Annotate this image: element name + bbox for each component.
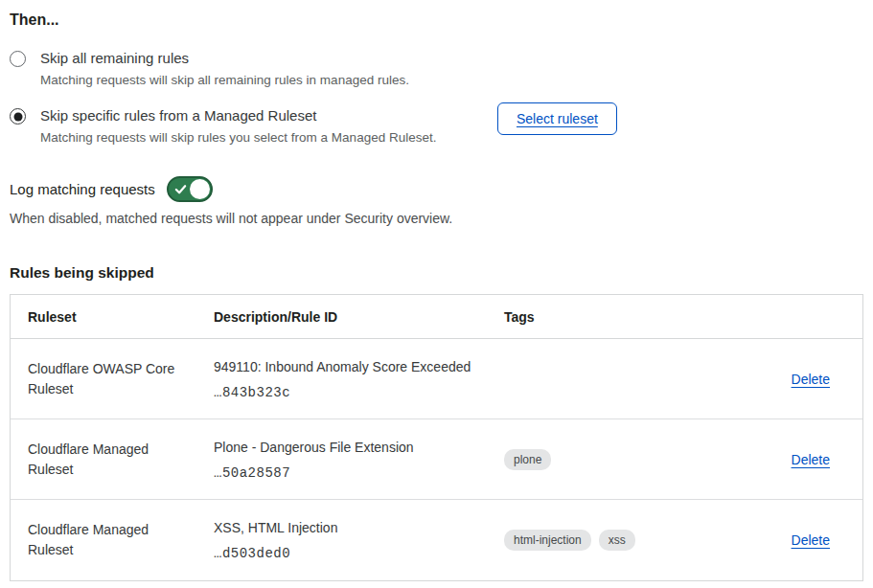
ruleset-cell: Cloudflare Managed Ruleset (11, 419, 214, 500)
tag-pill: plone (504, 449, 551, 470)
check-icon (174, 183, 187, 195)
table-row: Cloudflare OWASP Core Ruleset 949110: In… (11, 339, 862, 419)
select-ruleset-button[interactable]: Select ruleset (497, 102, 617, 135)
tag-pill: xss (599, 530, 635, 551)
rule-id: …50a28587 (214, 465, 504, 481)
option-skip-all-rules-description: Matching requests will skip all remainin… (40, 71, 409, 90)
tags-cell: plone (504, 419, 710, 500)
table-row: Cloudflare Managed Ruleset XSS, HTML Inj… (11, 500, 862, 580)
option-skip-all-rules: Skip all remaining rules Matching reques… (10, 48, 863, 90)
table-header-row: Ruleset Description/Rule ID Tags (11, 295, 862, 339)
option-skip-all-rules-label[interactable]: Skip all remaining rules (40, 48, 409, 69)
table-body: Cloudflare OWASP Core Ruleset 949110: In… (11, 339, 862, 580)
radio-skip-specific-rules[interactable] (10, 108, 26, 124)
ruleset-cell: Cloudflare Managed Ruleset (11, 500, 214, 580)
tags-cell: html-injectionxss (504, 500, 710, 580)
rules-being-skipped-title: Rules being skipped (10, 264, 863, 282)
toggle-knob[interactable] (190, 179, 210, 199)
tags-cell (504, 339, 710, 419)
delete-link[interactable]: Delete (792, 372, 830, 387)
waf-skip-rule-panel: Then... Skip all remaining rules Matchin… (0, 0, 873, 581)
option-skip-specific-rules-label[interactable]: Skip specific rules from a Managed Rules… (40, 105, 436, 126)
option-skip-specific-rules-description: Matching requests will skip rules you se… (40, 128, 436, 147)
then-section-title: Then... (10, 11, 863, 29)
rule-description: XSS, HTML Injection (214, 519, 504, 537)
log-matching-requests-row: Log matching requests (10, 176, 863, 202)
column-header-tags: Tags (504, 295, 710, 339)
radio-skip-all-rules[interactable] (10, 51, 26, 67)
option-skip-specific-rules: Skip specific rules from a Managed Rules… (10, 105, 863, 147)
delete-link[interactable]: Delete (792, 532, 830, 548)
rule-description: Plone - Dangerous File Extension (214, 439, 504, 457)
rule-id: …d503ded0 (214, 546, 504, 561)
column-header-ruleset: Ruleset (11, 295, 214, 339)
log-toggle-description: When disabled, matched requests will not… (10, 209, 863, 228)
delete-link[interactable]: Delete (792, 452, 830, 467)
tag-pill: html-injection (504, 530, 591, 551)
log-toggle[interactable] (167, 176, 213, 202)
rule-description: 949110: Inbound Anomaly Score Exceeded (214, 358, 504, 376)
column-header-description: Description/Rule ID (214, 295, 504, 339)
ruleset-cell: Cloudflare OWASP Core Ruleset (11, 339, 214, 419)
table-row: Cloudflare Managed Ruleset Plone - Dange… (11, 419, 862, 500)
column-header-actions (710, 295, 862, 339)
skipped-rules-table: Ruleset Description/Rule ID Tags Cloudfl… (10, 294, 863, 581)
log-toggle-label: Log matching requests (10, 181, 155, 197)
rule-id: …843b323c (214, 385, 504, 400)
